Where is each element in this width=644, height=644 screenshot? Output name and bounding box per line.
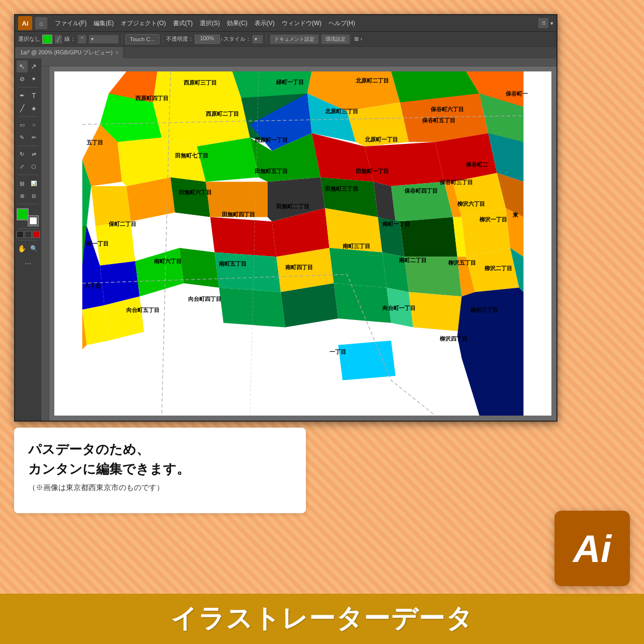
lasso-tools: ⊘ ✦ xyxy=(17,73,40,85)
label-minami2: 南町二丁目 xyxy=(399,257,427,263)
line-icon: ╱ xyxy=(20,104,24,112)
label-t: 一丁目 xyxy=(330,349,346,355)
line-tool[interactable]: ╱ xyxy=(17,102,28,114)
menu-view[interactable]: 表示(V) xyxy=(251,18,278,29)
label-nishihara1: 西原町一丁目 xyxy=(255,137,288,143)
env-settings-button[interactable]: 環境設定 xyxy=(321,34,350,44)
stroke-field[interactable]: ⌃ xyxy=(77,35,87,44)
rotate-tool[interactable]: ↻ xyxy=(17,148,28,160)
symbol-icon: ▤ xyxy=(20,181,24,186)
pencil-tool[interactable]: ✏ xyxy=(28,131,40,143)
fill-swatch[interactable] xyxy=(17,208,29,220)
label-minami4: 南町四丁目 xyxy=(285,264,313,270)
lasso-tool[interactable]: ⊘ xyxy=(17,73,28,85)
label-hoya5: 保谷町五丁目 xyxy=(422,117,455,123)
menu-edit[interactable]: 編集(E) xyxy=(90,18,117,29)
scale-tools: ⤢ ⬡ xyxy=(17,160,40,173)
grid-icon[interactable]: ⠿ xyxy=(538,18,548,28)
shear-icon: ⬡ xyxy=(31,164,36,170)
doc-settings-button[interactable]: ドキュメント設定 xyxy=(270,34,319,44)
canvas-area[interactable]: 西原町三丁目 緑町一丁目 北原町二丁目 西原町四丁目 西原町二丁目 北原町三丁目… xyxy=(49,66,556,421)
menu-help[interactable]: ヘルプ(H) xyxy=(325,18,359,29)
doc-tab-bar: 1ai* @ 200% (RGB/GPU プレビュー) × xyxy=(15,46,556,58)
tool-sep6 xyxy=(18,228,38,229)
slice-tool[interactable]: ⊞ xyxy=(17,190,28,202)
brush-tool[interactable]: ✎ xyxy=(17,131,28,143)
text-card: パスデータのため、カンタンに編集できます。 （※画像は東京都西東京市のものです） xyxy=(14,428,306,513)
left-toolbar: ↖ ↗ ⊘ ✦ ✒ T ╱ ◈ ▭ ○ ✎ ✏ xyxy=(15,58,41,421)
ellipse-tool[interactable]: ○ xyxy=(28,119,40,131)
shape-tools: ▭ ○ xyxy=(17,119,40,131)
label-tanashi1: 田無町一丁目 xyxy=(356,168,389,174)
screen-mode-1[interactable] xyxy=(17,231,24,238)
home-button[interactable]: ⌂ xyxy=(35,17,47,29)
tool-sep7 xyxy=(18,240,38,240)
opacity-value: 100% xyxy=(200,35,214,41)
rotate-tools: ↻ ⇌ xyxy=(17,148,40,160)
label-hoya6: 保谷町六丁目 xyxy=(430,106,464,112)
menu-select[interactable]: 選択(S) xyxy=(196,18,223,29)
pen-icon: ✒ xyxy=(20,92,25,99)
paint-tool[interactable]: ◈ xyxy=(28,102,40,114)
map-region-bottom-e xyxy=(219,288,285,328)
rect-tool[interactable]: ▭ xyxy=(17,119,28,131)
color-swatch[interactable] xyxy=(42,35,52,44)
doc-tab[interactable]: 1ai* @ 200% (RGB/GPU プレビュー) × xyxy=(15,47,124,59)
screen-mode-2[interactable] xyxy=(25,231,32,238)
chart-tool[interactable]: 📊 xyxy=(28,177,40,189)
opacity-field[interactable]: 100% xyxy=(195,35,220,44)
screen-mode-3[interactable] xyxy=(33,231,40,238)
label-mukaigaoka4: 向台町四丁目 xyxy=(188,296,221,302)
tool-sep2 xyxy=(18,116,38,117)
stroke-dropdown[interactable]: ▾ xyxy=(89,35,119,44)
style-dropdown[interactable]: ▾ xyxy=(252,35,263,44)
bottom-bar-text: イラストレーターデータ xyxy=(171,601,473,636)
selection-tool[interactable]: ↖ xyxy=(17,60,28,72)
touch-button[interactable]: Touch C... xyxy=(125,34,159,44)
pen-tool[interactable]: ✒ xyxy=(17,90,28,102)
ai-logo-text: Ai xyxy=(22,20,29,27)
hand-icon: ✋ xyxy=(18,245,26,253)
toolbar-more[interactable]: ⊞ › xyxy=(354,36,362,42)
symbol-tool[interactable]: ▤ xyxy=(17,177,28,189)
menu-object[interactable]: オブジェクト(O) xyxy=(117,18,169,29)
type-tool[interactable]: T xyxy=(28,90,40,102)
hand-tool[interactable]: ✋ xyxy=(17,243,28,255)
map-region-minami6c xyxy=(175,213,215,253)
transform-tools: ⊞ ⊟ xyxy=(17,190,40,202)
label-kitahara3: 北原町三丁目 xyxy=(325,108,358,114)
shear-tool[interactable]: ⬡ xyxy=(28,160,40,173)
transform2-tool[interactable]: ⊟ xyxy=(28,190,40,202)
ai-window: Ai ⌂ ファイル(F) 編集(E) オブジェクト(O) 書式(T) 選択(S)… xyxy=(14,14,557,422)
zoom-tool[interactable]: 🔍 xyxy=(28,243,40,255)
touch-label: Touch C... xyxy=(130,36,155,42)
stroke-icon[interactable]: ╱ xyxy=(54,35,62,44)
more-tools-button[interactable]: ... xyxy=(25,257,31,266)
reflect-tool[interactable]: ⇌ xyxy=(28,148,40,160)
scale-icon: ⤢ xyxy=(20,164,24,170)
lasso-icon: ⊘ xyxy=(20,75,25,83)
menu-format[interactable]: 書式(T) xyxy=(170,18,196,29)
menu-effect[interactable]: 効果(C) xyxy=(223,18,251,29)
pen-tools: ✒ T xyxy=(17,90,40,102)
color-tools xyxy=(17,208,40,226)
tool-sep1 xyxy=(18,87,38,88)
label-hoya2: 保谷町二 xyxy=(465,162,488,168)
label-tanashi7: 田無町七丁目 xyxy=(175,152,208,158)
bottom-bar: イラストレーターデータ xyxy=(0,594,644,644)
opacity-arrow: › xyxy=(221,36,223,42)
stroke-swatch[interactable] xyxy=(28,215,39,226)
scale-tool[interactable]: ⤢ xyxy=(17,160,28,173)
magic-wand-tool[interactable]: ✦ xyxy=(28,73,40,85)
menu-window[interactable]: ウィンドウ(W) xyxy=(278,18,325,29)
doc-tab-close[interactable]: × xyxy=(116,50,119,55)
map-region-mukaigaoka4 xyxy=(179,248,219,288)
map-region-tanashi1b xyxy=(365,142,444,186)
menu-file[interactable]: ファイル(F) xyxy=(51,18,90,29)
map-canvas: 西原町三丁目 緑町一丁目 北原町二丁目 西原町四丁目 西原町二丁目 北原町三丁目… xyxy=(54,71,551,416)
label-hoya4: 保谷町四丁目 xyxy=(404,188,438,194)
transform2-icon: ⊟ xyxy=(32,193,36,199)
label-yanagisawa5: 柳沢五丁目 xyxy=(448,260,476,266)
label-hoya1: 保谷町一 xyxy=(505,91,528,97)
direct-select-tool[interactable]: ↗ xyxy=(28,60,40,72)
